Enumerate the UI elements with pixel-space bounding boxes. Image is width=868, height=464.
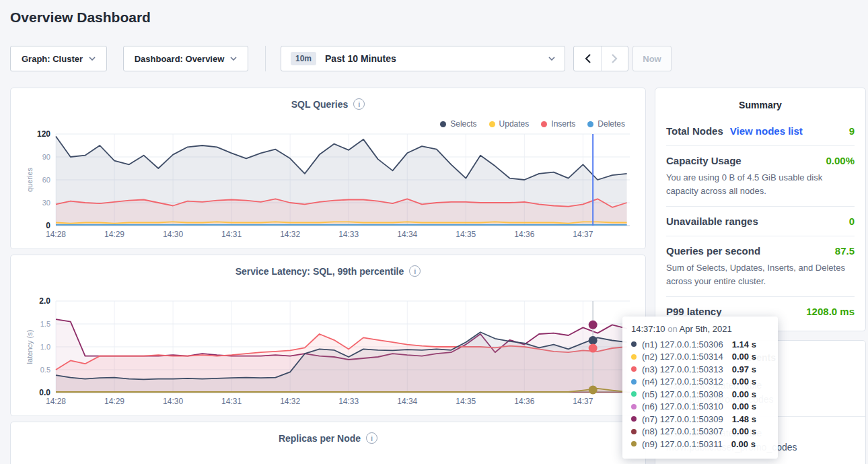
overview-dashboard-page: Overview Dashboard Graph: Cluster Dashbo…: [0, 0, 868, 464]
svg-text:14:31: 14:31: [221, 397, 242, 406]
svg-text:14:33: 14:33: [338, 230, 359, 239]
tooltip-row: (n3) 127.0.0.1:503130.97 s: [631, 363, 769, 376]
svg-text:queries: queries: [26, 167, 34, 192]
svg-text:1.5: 1.5: [40, 320, 50, 328]
chart-hover-tooltip: 14:37:10 on Apr 5th, 2021 (n1) 127.0.0.1…: [622, 317, 778, 459]
tooltip-node-label: (n5) 127.0.0.1:50308: [642, 389, 723, 399]
stat-value: 9: [849, 125, 855, 137]
graph-dropdown[interactable]: Graph: Cluster: [10, 46, 107, 71]
series-dot-icon: [631, 441, 637, 446]
svg-text:14:29: 14:29: [104, 230, 124, 239]
toolbar: Graph: Cluster Dashboard: Overview 10m P…: [0, 46, 868, 71]
svg-text:2.0: 2.0: [39, 297, 50, 306]
svg-text:0.0: 0.0: [39, 388, 50, 397]
svg-text:0: 0: [46, 221, 50, 230]
series-dot-icon: [631, 366, 637, 372]
info-icon[interactable]: i: [366, 432, 377, 444]
chevron-down-icon: [230, 57, 237, 61]
tooltip-node-label: (n9) 127.0.0.1:50311: [642, 439, 723, 449]
tooltip-node-value: 0.00 s: [732, 352, 756, 362]
svg-text:14:35: 14:35: [456, 230, 476, 239]
tooltip-row: (n1) 127.0.0.1:503061.14 s: [631, 338, 769, 351]
time-range-selector[interactable]: 10m Past 10 Minutes: [281, 46, 565, 71]
stat-label: P99 latency: [666, 306, 722, 317]
stat-label: Total Nodes: [666, 125, 723, 137]
tooltip-node-label: (n8) 127.0.0.1:50307: [642, 426, 723, 436]
now-button[interactable]: Now: [632, 46, 672, 71]
tooltip-node-label: (n3) 127.0.0.1:50313: [642, 364, 723, 374]
series-dot-icon: [631, 379, 637, 385]
tooltip-node-label: (n4) 127.0.0.1:50312: [642, 376, 723, 387]
series-dot-icon: [631, 404, 637, 409]
svg-text:14:37: 14:37: [573, 397, 593, 406]
tooltip-row: (n7) 127.0.0.1:503091.48 s: [631, 413, 769, 426]
svg-text:14:35: 14:35: [456, 397, 476, 406]
stat-label: Capacity Usage: [666, 155, 742, 166]
stat-value: 0.00%: [826, 155, 855, 166]
stat-value: 0: [849, 216, 855, 227]
service-latency-chart[interactable]: 0.00.51.01.52.014:2814:2914:3014:3114:32…: [24, 297, 633, 414]
graph-dropdown-label: Graph: Cluster: [22, 54, 83, 64]
svg-text:14:28: 14:28: [46, 230, 66, 239]
tooltip-node-value: 0.00 s: [732, 401, 756, 411]
tooltip-row: (n6) 127.0.0.1:503100.00 s: [631, 401, 769, 413]
tooltip-node-label: (n1) 127.0.0.1:50306: [642, 339, 723, 350]
svg-text:14:29: 14:29: [104, 397, 124, 406]
sql-queries-legend: SelectsUpdatesInsertsDeletes: [440, 119, 625, 129]
info-icon[interactable]: i: [353, 98, 365, 110]
time-back-button[interactable]: [574, 46, 601, 71]
toolbar-divider: [265, 46, 266, 71]
tooltip-row: (n8) 127.0.0.1:503070.00 s: [631, 426, 769, 438]
svg-text:14:32: 14:32: [280, 230, 300, 239]
svg-text:14:36: 14:36: [514, 230, 534, 239]
sql-queries-card: SQL Queries i SelectsUpdatesInsertsDelet…: [10, 88, 646, 249]
svg-text:120: 120: [37, 130, 50, 139]
legend-dot-icon: [489, 121, 495, 127]
chevron-down-icon: [548, 57, 555, 61]
legend-label: Deletes: [598, 119, 625, 129]
tooltip-node-value: 0.97 s: [732, 364, 756, 374]
chevron-right-icon: [612, 54, 618, 63]
tooltip-timestamp: 14:37:10 on Apr 5th, 2021: [631, 324, 769, 334]
time-range-label: Past 10 Minutes: [325, 53, 396, 64]
tooltip-node-value: 0.00 s: [732, 389, 756, 399]
svg-text:14:28: 14:28: [46, 397, 66, 406]
svg-text:14:32: 14:32: [280, 397, 300, 406]
view-nodes-list-link[interactable]: View nodes list: [730, 125, 803, 137]
stat-total-nodes: Total Nodes View nodes list 9: [666, 117, 855, 145]
chevron-left-icon: [585, 54, 591, 63]
time-pager: [573, 46, 628, 71]
svg-text:14:33: 14:33: [338, 397, 359, 406]
stat-capacity-usage: Capacity Usage 0.00% You are using 0 B o…: [666, 145, 855, 206]
tooltip-node-value: 1.48 s: [732, 414, 756, 424]
legend-item: Deletes: [587, 119, 625, 129]
legend-dot-icon: [541, 121, 547, 127]
info-icon[interactable]: i: [409, 265, 421, 277]
stat-value: 1208.0 ms: [806, 306, 855, 317]
sql-queries-chart[interactable]: 030609012014:2814:2914:3014:3114:3214:33…: [24, 130, 633, 247]
tooltip-row: (n5) 127.0.0.1:503080.00 s: [631, 388, 769, 401]
service-latency-card: Service Latency: SQL, 99th percentile i …: [10, 255, 646, 416]
stat-description: You are using 0 B of 4.5 GiB usable disk…: [666, 171, 855, 197]
dashboard-dropdown[interactable]: Dashboard: Overview: [123, 46, 248, 71]
tooltip-row: (n9) 127.0.0.1:503110.00 s: [631, 438, 769, 451]
series-dot-icon: [631, 354, 637, 360]
svg-text:60: 60: [42, 176, 50, 184]
stat-value: 87.5: [835, 245, 855, 257]
stat-label: Queries per second: [666, 245, 760, 257]
svg-text:14:30: 14:30: [163, 230, 183, 239]
chevron-down-icon: [89, 57, 96, 61]
svg-text:0.5: 0.5: [40, 366, 50, 374]
service-latency-title: Service Latency: SQL, 99th percentile: [236, 266, 404, 277]
legend-item: Inserts: [541, 119, 575, 129]
tooltip-node-value: 1.14 s: [732, 339, 756, 350]
sql-queries-title: SQL Queries: [291, 99, 349, 110]
stat-unavailable-ranges: Unavailable ranges 0: [666, 206, 855, 236]
series-dot-icon: [631, 391, 637, 397]
svg-text:14:36: 14:36: [514, 397, 534, 406]
legend-label: Updates: [499, 119, 530, 129]
series-dot-icon: [631, 429, 637, 434]
time-forward-button[interactable]: [601, 46, 628, 71]
svg-text:30: 30: [42, 199, 50, 207]
time-range-badge: 10m: [291, 52, 316, 65]
